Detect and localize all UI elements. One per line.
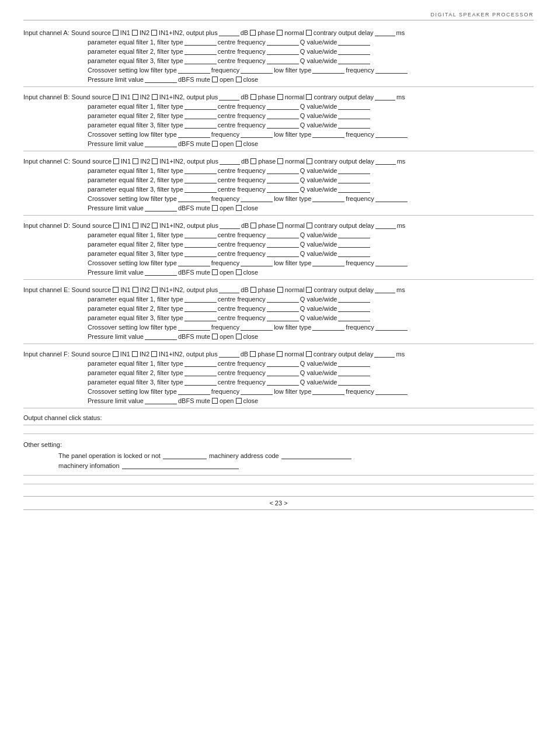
channel-block-E: Input channel E: Sound sourceIN1IN2IN1+I… [23, 286, 534, 344]
pressure-row-chD: Pressure limit valuedBFS muteopenclose [88, 268, 534, 276]
crossover-row-chB: Crossover setting low filter typefrequen… [88, 130, 534, 138]
channel-header-F: Input channel F: Sound sourceIN1IN2IN1+I… [23, 350, 534, 358]
open-chB-checkbox[interactable] [236, 141, 242, 147]
in1-chD-checkbox[interactable] [113, 223, 119, 228]
contrary-chE-checkbox[interactable] [306, 287, 312, 293]
contrary-chF-checkbox[interactable] [306, 351, 312, 357]
param-eq-2-row-chE: parameter equal filter 2, filter typecen… [88, 304, 534, 312]
other-divider-1 [23, 475, 534, 476]
in1in2-chE-checkbox[interactable] [152, 287, 158, 293]
in2-chC-checkbox[interactable] [133, 158, 138, 164]
normal-chC-checkbox[interactable] [277, 158, 283, 164]
in2-chA-checkbox[interactable] [132, 30, 138, 36]
param-eq-1-row-chC: parameter equal filter 1, filter typecen… [88, 167, 534, 174]
machinery-info-row: machinery infomation [23, 462, 534, 469]
contrary-chA-checkbox[interactable] [306, 30, 312, 36]
divider-chB [23, 151, 534, 151]
param-eq-1-row-chB: parameter equal filter 1, filter typecen… [88, 102, 534, 110]
panel-lock-field[interactable] [163, 452, 207, 459]
open-chA-checkbox[interactable] [236, 77, 242, 82]
phase-chA-checkbox[interactable] [250, 30, 256, 36]
param-eq-2-row-chB: parameter equal filter 2, filter typecen… [88, 112, 534, 119]
channel-block-C: Input channel C: Sound sourceIN1IN2IN1+I… [23, 157, 534, 216]
machinery-address-label: machinery address code [209, 452, 279, 459]
phase-chD-checkbox[interactable] [250, 223, 256, 228]
in1-chB-checkbox[interactable] [113, 94, 119, 100]
machinery-address-field[interactable] [281, 452, 351, 459]
channel-header-B: Input channel B: Sound sourceIN1IN2IN1+I… [23, 93, 534, 100]
normal-chE-checkbox[interactable] [277, 287, 283, 293]
phase-chB-checkbox[interactable] [250, 94, 256, 100]
in1in2-chD-checkbox[interactable] [152, 223, 158, 228]
param-eq-1-row-chD: parameter equal filter 1, filter typecen… [88, 231, 534, 238]
in2-chE-checkbox[interactable] [133, 287, 138, 293]
machinery-info-field[interactable] [122, 462, 239, 469]
divider-chD [23, 279, 534, 280]
divider-chC [23, 215, 534, 216]
normal-chA-checkbox[interactable] [277, 30, 283, 36]
contrary-chB-checkbox[interactable] [306, 94, 312, 100]
pressure-row-chB: Pressure limit valuedBFS muteopenclose [88, 140, 534, 147]
in2-chB-checkbox[interactable] [133, 94, 138, 100]
in1in2-chC-checkbox[interactable] [152, 158, 158, 164]
crossover-row-chE: Crossover setting low filter typefrequen… [88, 323, 534, 331]
in1-chE-checkbox[interactable] [113, 287, 119, 293]
phase-chE-checkbox[interactable] [250, 287, 256, 293]
in1-chA-checkbox[interactable] [113, 30, 119, 36]
in1in2-chB-checkbox[interactable] [152, 94, 158, 100]
phase-chF-checkbox[interactable] [250, 351, 256, 357]
header-title: DIGITAL SPEAKER PROCESSOR [430, 12, 534, 18]
in1in2-chA-checkbox[interactable] [151, 30, 157, 36]
open-chE-checkbox[interactable] [236, 334, 242, 339]
param-eq-2-row-chD: parameter equal filter 2, filter typecen… [88, 240, 534, 248]
channel-rows-E: parameter equal filter 1, filter typecen… [23, 295, 534, 340]
in2-chD-checkbox[interactable] [133, 223, 138, 228]
param-eq-1-row-chF: parameter equal filter 1, filter typecen… [88, 359, 534, 367]
panel-lock-row: The panel operation is locked or not mac… [23, 452, 534, 459]
param-eq-3-row-chF: parameter equal filter 3, filter typecen… [88, 378, 534, 386]
param-eq-3-row-chE: parameter equal filter 3, filter typecen… [88, 314, 534, 321]
output-divider-1 [23, 425, 534, 425]
crossover-row-chD: Crossover setting low filter typefrequen… [88, 259, 534, 266]
divider-chE [23, 344, 534, 344]
in1-chC-checkbox[interactable] [113, 158, 119, 164]
divider-chF [23, 408, 534, 408]
channel-block-F: Input channel F: Sound sourceIN1IN2IN1+I… [23, 350, 534, 408]
in1-chF-checkbox[interactable] [113, 351, 119, 357]
channel-block-D: Input channel D: Sound sourceIN1IN2IN1+I… [23, 221, 534, 280]
page-footer: < 23 > [23, 496, 534, 510]
open-chF-checkbox[interactable] [236, 398, 242, 404]
page-header: DIGITAL SPEAKER PROCESSOR [23, 12, 534, 20]
in2-chF-checkbox[interactable] [132, 351, 138, 357]
channel-rows-C: parameter equal filter 1, filter typecen… [23, 167, 534, 211]
phase-chC-checkbox[interactable] [250, 158, 256, 164]
channel-block-B: Input channel B: Sound sourceIN1IN2IN1+I… [23, 93, 534, 151]
open-chD-checkbox[interactable] [236, 269, 242, 275]
in1in2-chF-checkbox[interactable] [151, 351, 157, 357]
normal-chB-checkbox[interactable] [277, 94, 283, 100]
channel-rows-A: parameter equal filter 1, filter typecen… [23, 38, 534, 83]
pressure-row-chC: Pressure limit valuedBFS muteopenclose [88, 204, 534, 211]
panel-lock-label: The panel operation is locked or not [58, 452, 161, 459]
crossover-row-chA: Crossover setting low filter typefrequen… [88, 66, 534, 74]
channel-rows-F: parameter equal filter 1, filter typecen… [23, 359, 534, 404]
mute-chB-checkbox[interactable] [212, 141, 218, 147]
open-chC-checkbox[interactable] [236, 205, 242, 211]
param-eq-3-row-chC: parameter equal filter 3, filter typecen… [88, 185, 534, 193]
mute-chF-checkbox[interactable] [212, 398, 218, 404]
mute-chD-checkbox[interactable] [212, 269, 218, 275]
normal-chF-checkbox[interactable] [277, 351, 283, 357]
channel-block-A: Input channel A: Sound sourceIN1IN2IN1+I… [23, 29, 534, 87]
channel-header-D: Input channel D: Sound sourceIN1IN2IN1+I… [23, 221, 534, 229]
contrary-chC-checkbox[interactable] [307, 158, 312, 164]
contrary-chD-checkbox[interactable] [307, 223, 312, 228]
mute-chC-checkbox[interactable] [212, 205, 218, 211]
param-eq-3-row-chA: parameter equal filter 3, filter typecen… [88, 57, 534, 64]
mute-chE-checkbox[interactable] [212, 334, 218, 339]
crossover-row-chF: Crossover setting low filter typefrequen… [88, 387, 534, 395]
channel-header-A: Input channel A: Sound sourceIN1IN2IN1+I… [23, 29, 534, 36]
mute-chA-checkbox[interactable] [212, 77, 218, 82]
param-eq-2-row-chF: parameter equal filter 2, filter typecen… [88, 369, 534, 376]
normal-chD-checkbox[interactable] [277, 223, 283, 228]
param-eq-1-row-chA: parameter equal filter 1, filter typecen… [88, 38, 534, 46]
